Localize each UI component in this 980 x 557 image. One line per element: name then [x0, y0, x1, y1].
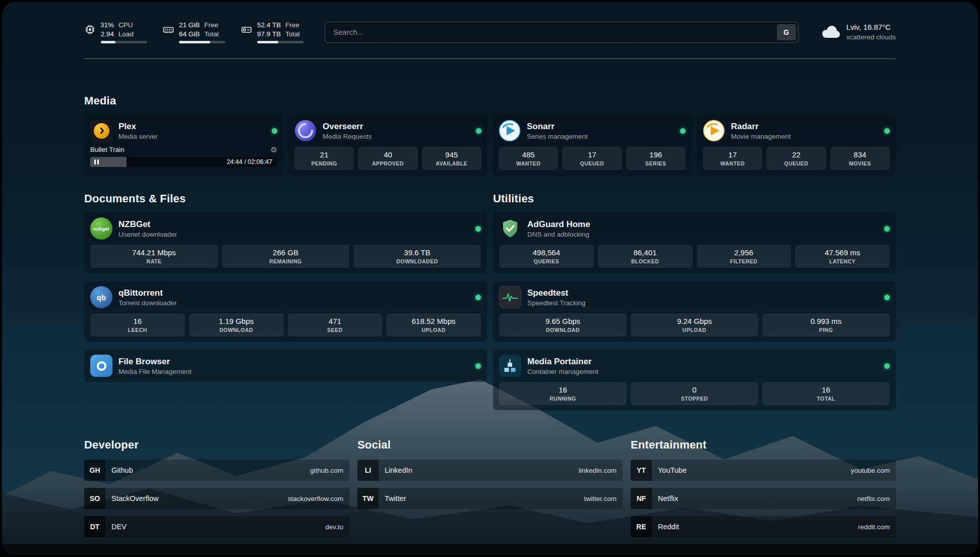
- memory-label-bottom: Total: [204, 30, 219, 39]
- bookmark-stackoverflow[interactable]: SO StackOverflow stackoverflow.com: [84, 488, 349, 509]
- gear-icon[interactable]: ⚙: [271, 146, 277, 153]
- speedtest-status-dot: [884, 295, 890, 300]
- stat-label: MOVIES: [832, 160, 888, 166]
- overseerr-stats: 21 PENDING 40 APPROVED 945 AVAILABLE: [294, 147, 481, 170]
- stat-wanted: 485 WANTED: [499, 147, 558, 170]
- disk-widget-row: 52.4 TB 97.9 TB Free Total: [240, 21, 303, 38]
- service-card-portainer[interactable]: Media Portainer Container management 16 …: [493, 350, 896, 410]
- filebrowser-status-dot: [475, 363, 481, 369]
- stat-available: 945 AVAILABLE: [422, 147, 481, 170]
- pause-icon[interactable]: [94, 159, 99, 164]
- stat-label: STOPPED: [633, 396, 756, 402]
- service-card-speedtest[interactable]: Speedtest Speedtest Tracking 9.65 Gbps D…: [493, 281, 896, 342]
- cpu-label-bottom: Load: [118, 30, 134, 39]
- service-card-filebrowser[interactable]: File Browser Media File Management: [84, 350, 487, 382]
- bookmark-name: Reddit: [658, 523, 679, 531]
- stat-value: 744.21 Mbps: [92, 248, 216, 257]
- adguard-card-header: AdGuard Home DNS and adblocking: [499, 217, 890, 240]
- stat-label: DOWNLOADED: [355, 258, 479, 264]
- bookmark-github[interactable]: GH Github github.com: [84, 460, 349, 481]
- nzbget-icon-label: nzbget: [93, 226, 109, 232]
- stat-value: 471: [290, 317, 381, 325]
- cpu-usage-value: 31%: [100, 21, 114, 30]
- stat-value: 9.24 Gbps: [633, 317, 756, 325]
- radarr-card-header: Radarr Movie management: [703, 120, 890, 142]
- portainer-titles: Media Portainer Container management: [527, 357, 598, 375]
- search-provider-button[interactable]: G: [777, 24, 796, 40]
- service-card-radarr[interactable]: Radarr Movie management 17 WANTED 22 QUE…: [697, 115, 896, 175]
- bookmark-twitter[interactable]: TW Twitter twitter.com: [357, 488, 623, 509]
- sonarr-status-dot: [680, 128, 686, 134]
- disk-values: 52.4 TB 97.9 TB: [257, 21, 281, 38]
- stat-value: 40: [360, 150, 415, 159]
- cpu-widget-row: 31% 2.94 CPU Load: [84, 21, 147, 38]
- section-utilities: Utilities: [493, 192, 896, 410]
- cpu-load-value: 2.94: [100, 30, 114, 39]
- overseerr-icon: [294, 120, 317, 142]
- hard-drive-icon: [240, 24, 253, 36]
- stat-filtered: 2,956 FILTERED: [697, 245, 791, 268]
- stat-label: DOWNLOAD: [191, 327, 282, 333]
- portainer-status-dot: [884, 363, 890, 369]
- section-documents-files: Documents & Files nzbget NZBGet Usenet d…: [84, 192, 487, 410]
- stat-queued: 22 QUEUED: [766, 147, 826, 170]
- stat-value: 498,564: [501, 248, 592, 257]
- memory-labels: Free Total: [204, 21, 219, 38]
- stat-label: QUEUED: [768, 160, 824, 166]
- bookmark-dev[interactable]: DT DEV dev.to: [84, 516, 349, 537]
- bookmark-netflix[interactable]: NF Netflix netflix.com: [631, 488, 896, 509]
- memory-widget: 21 GiB 64 GiB Free Total: [162, 21, 225, 43]
- stat-remaining: 266 GB REMAINING: [222, 245, 349, 268]
- bookmark-reddit[interactable]: RE Reddit reddit.com: [631, 516, 896, 537]
- playback-progress-bar[interactable]: 24:44 / 02:06:47: [90, 157, 277, 167]
- developer-links: GH Github github.com SO StackOverflow st…: [84, 460, 349, 537]
- service-card-sonarr[interactable]: Sonarr Series management 485 WANTED 17 Q…: [493, 115, 692, 175]
- service-card-overseerr[interactable]: Overseerr Media Requests 21 PENDING 40 A…: [288, 115, 487, 175]
- stackoverflow-icon: SO: [84, 488, 105, 509]
- adguard-titles: AdGuard Home DNS and adblocking: [527, 219, 590, 238]
- stat-label: SEED: [290, 327, 381, 333]
- qbittorrent-name: qBittorrent: [118, 288, 177, 298]
- documents-card-stack: nzbget NZBGet Usenet downloader 744.21 M…: [84, 212, 487, 382]
- service-card-qbittorrent[interactable]: qb qBittorrent Torrent downloader 16: [84, 281, 487, 342]
- stat-value: 17: [705, 150, 760, 159]
- stat-label: BLOCKED: [600, 258, 691, 264]
- netflix-icon: NF: [631, 488, 652, 509]
- stat-label: REMAINING: [224, 258, 347, 264]
- portainer-crane-icon: [499, 355, 521, 377]
- service-card-nzbget[interactable]: nzbget NZBGet Usenet downloader 744.21 M…: [84, 212, 487, 273]
- section-title-utilities: Utilities: [493, 192, 896, 205]
- stat-value: 86,401: [600, 248, 691, 257]
- speedtest-name: Speedtest: [527, 288, 586, 298]
- service-card-adguard[interactable]: AdGuard Home DNS and adblocking 498,564 …: [493, 212, 896, 273]
- stat-total: 16 TOTAL: [762, 382, 890, 405]
- memory-usage-bar: [179, 41, 225, 43]
- stat-label: RATE: [92, 258, 216, 264]
- cpu-widget: 31% 2.94 CPU Load: [84, 21, 147, 43]
- bookmark-name: Twitter: [385, 494, 406, 503]
- overseerr-titles: Overseerr Media Requests: [323, 122, 372, 140]
- bookmark-linkedin[interactable]: LI LinkedIn linkedin.com: [357, 460, 623, 481]
- plex-description: Media server: [118, 133, 158, 140]
- stat-label: LATENCY: [797, 258, 888, 264]
- section-social: Social LI LinkedIn linkedin.com TW Twitt…: [357, 438, 623, 537]
- media-card-grid: Plex Media server Bullet Train ⚙: [84, 115, 896, 175]
- github-icon: GH: [84, 460, 105, 481]
- bookmark-name: Github: [111, 466, 133, 474]
- search-bar: G: [325, 22, 799, 43]
- stat-label: UPLOAD: [388, 327, 479, 333]
- sonarr-description: Series management: [527, 133, 588, 140]
- bookmark-url: linkedin.com: [579, 467, 617, 474]
- service-card-plex[interactable]: Plex Media server Bullet Train ⚙: [84, 115, 283, 175]
- plex-name: Plex: [118, 122, 158, 132]
- radarr-stats: 17 WANTED 22 QUEUED 834 MOVIES: [703, 147, 890, 170]
- stat-movies: 834 MOVIES: [830, 147, 890, 170]
- stat-rate: 744.21 Mbps RATE: [90, 245, 218, 268]
- bookmark-youtube[interactable]: YT YouTube youtube.com: [631, 460, 896, 481]
- bookmark-name: Netflix: [658, 494, 678, 503]
- nzbget-description: Usenet downloader: [118, 231, 177, 238]
- qbittorrent-icon: qb: [90, 286, 112, 308]
- search-input[interactable]: [325, 22, 799, 43]
- bookmark-url: youtube.com: [851, 467, 890, 474]
- stat-label: DOWNLOAD: [501, 327, 625, 333]
